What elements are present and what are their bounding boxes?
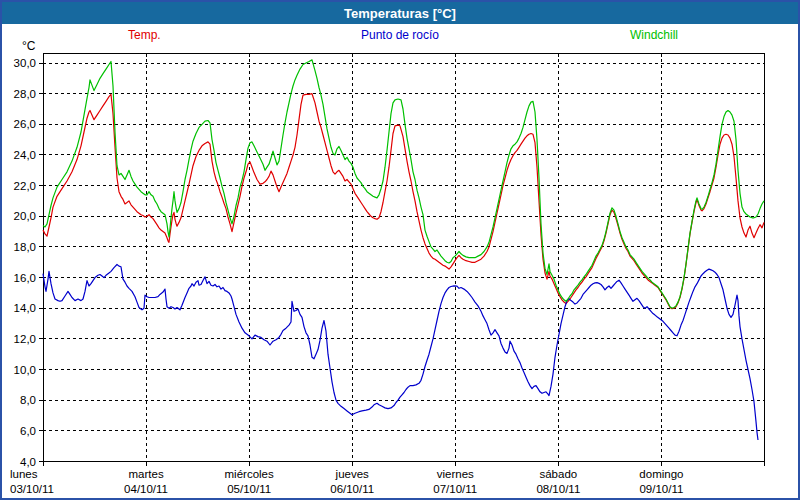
y-tick-label: 30,0 — [14, 57, 36, 69]
x-date-label: 03/10/11 — [10, 483, 54, 495]
y-tick-label: 10,0 — [14, 364, 36, 376]
x-date-label: 08/10/11 — [536, 483, 580, 495]
app-window: Temperaturas [°C] Temp. Punto de rocío W… — [0, 0, 800, 500]
y-tick-label: 22,0 — [14, 180, 36, 192]
x-date-label: 06/10/11 — [330, 483, 374, 495]
x-date-label: 04/10/11 — [124, 483, 168, 495]
x-day-label: viernes — [437, 468, 474, 480]
y-tick-label: 20,0 — [14, 210, 36, 222]
y-tick-label: 26,0 — [14, 118, 36, 130]
x-day-label: lunes — [10, 468, 38, 480]
x-day-label: domingo — [639, 468, 683, 480]
x-date-label: 07/10/11 — [433, 483, 477, 495]
x-day-label: martes — [128, 468, 163, 480]
chart-plot: 4,06,08,010,012,014,016,018,020,022,024,… — [2, 2, 800, 500]
y-tick-label: 24,0 — [14, 149, 36, 161]
y-tick-label: 12,0 — [14, 333, 36, 345]
y-tick-label: 4,0 — [20, 456, 36, 468]
series-windchill — [43, 60, 764, 308]
x-day-label: jueves — [335, 468, 369, 480]
x-date-label: 05/10/11 — [227, 483, 271, 495]
y-tick-label: 14,0 — [14, 302, 36, 314]
series-temp — [43, 94, 764, 309]
x-day-label: miércoles — [225, 468, 274, 480]
y-tick-label: 8,0 — [20, 394, 36, 406]
y-tick-label: 28,0 — [14, 88, 36, 100]
y-tick-label: 18,0 — [14, 241, 36, 253]
y-tick-label: 6,0 — [20, 425, 36, 437]
y-tick-label: 16,0 — [14, 272, 36, 284]
series-dew_point — [43, 265, 758, 441]
x-date-label: 09/10/11 — [639, 483, 683, 495]
x-day-label: sábado — [539, 468, 577, 480]
